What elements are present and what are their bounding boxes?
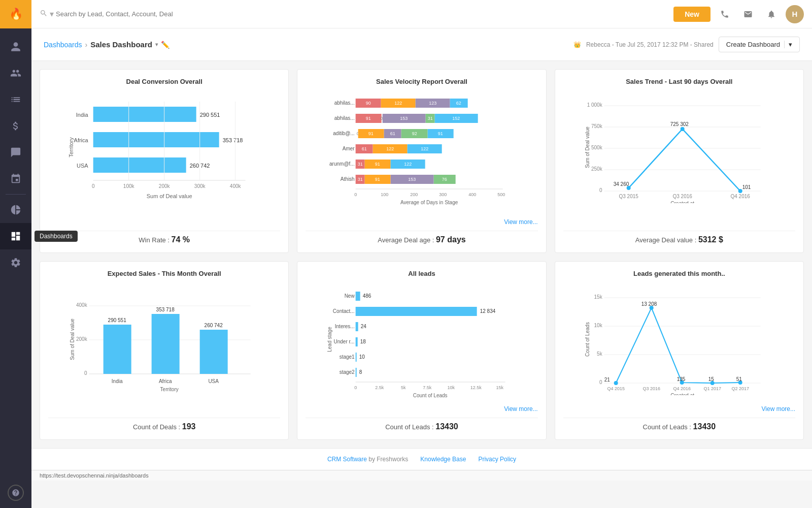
sidebar-item-help[interactable] (8, 485, 24, 501)
svg-text:500: 500 (497, 192, 505, 197)
svg-text:725 302: 725 302 (670, 121, 689, 127)
svg-text:0: 0 (380, 116, 383, 121)
svg-text:India: India (76, 112, 89, 118)
sidebar-item-reports[interactable] (0, 197, 31, 223)
sidebar-item-deals[interactable] (0, 86, 31, 113)
svg-text:Average of Days in Stage: Average of Days in Stage (400, 200, 458, 205)
footer-crm-link[interactable]: CRM Software (327, 456, 367, 463)
svg-text:91: 91 (368, 131, 374, 136)
svg-text:Interes...: Interes... (335, 324, 355, 329)
svg-rect-7 (93, 157, 186, 173)
svg-text:stage2: stage2 (340, 369, 355, 375)
search-input[interactable] (56, 10, 202, 18)
avatar[interactable]: H (786, 5, 804, 23)
svg-text:300: 300 (439, 192, 447, 197)
svg-text:Q1 2017: Q1 2017 (703, 386, 721, 391)
svg-text:USA: USA (208, 378, 219, 384)
topbar: ▾ New H (31, 0, 812, 28)
svg-text:486: 486 (363, 293, 371, 299)
svg-text:Q4 2016: Q4 2016 (673, 386, 691, 391)
svg-text:aditib@...: aditib@... (333, 131, 355, 136)
sidebar-item-settings[interactable] (0, 249, 31, 276)
sidebar-item-messages[interactable] (0, 139, 31, 166)
svg-text:290 551: 290 551 (108, 318, 127, 323)
svg-text:62: 62 (456, 101, 461, 106)
svg-text:200k: 200k (76, 336, 88, 342)
dashboard-grid: Deal Conversion Overall Territory 290 55… (31, 69, 812, 448)
sidebar-item-calendar[interactable] (0, 166, 31, 192)
sidebar-item-contacts[interactable] (0, 34, 31, 60)
svg-text:Q3 2016: Q3 2016 (642, 386, 660, 391)
notification-icon[interactable] (762, 5, 781, 23)
svg-text:10k: 10k (448, 385, 455, 390)
search-bar: ▾ (40, 9, 202, 19)
edit-icon[interactable]: ✏️ (161, 41, 170, 49)
svg-text:8: 8 (359, 369, 362, 375)
view-more-sales-velocity[interactable]: View more... (306, 218, 537, 226)
svg-text:51: 51 (736, 376, 742, 382)
svg-text:Q2 2017: Q2 2017 (731, 386, 749, 391)
breadcrumb-bar: Dashboards › Sales Dashboard ▾ ✏️ 👑 Rebe… (31, 28, 812, 61)
svg-text:Q4 2016: Q4 2016 (730, 194, 750, 199)
svg-point-158 (614, 381, 618, 385)
svg-text:500k: 500k (591, 145, 603, 150)
breadcrumb-parent[interactable]: Dashboards (44, 41, 82, 49)
search-icon (40, 9, 48, 19)
svg-text:India: India (112, 378, 123, 384)
new-button[interactable]: New (673, 7, 710, 22)
widget-all-leads-title: All leads (306, 270, 537, 277)
svg-text:61: 61 (362, 146, 367, 151)
svg-text:Territory: Territory (160, 387, 179, 392)
svg-text:Sum of Deal value: Sum of Deal value (584, 126, 590, 168)
svg-text:353 718: 353 718 (156, 307, 175, 312)
svg-rect-111 (104, 325, 131, 374)
svg-text:0: 0 (354, 192, 357, 197)
create-dashboard-dropdown[interactable]: ▾ (784, 41, 792, 48)
footer-pp-link[interactable]: Privacy Policy (478, 456, 516, 463)
svg-text:100: 100 (381, 192, 388, 197)
footer-kb-link[interactable]: Knowledge Base (420, 456, 466, 463)
svg-text:91: 91 (438, 131, 443, 136)
svg-text:Created at: Created at (670, 393, 694, 395)
svg-text:290 551: 290 551 (200, 112, 220, 118)
svg-text:15: 15 (708, 376, 714, 382)
widget-deal-conversion-chart: Territory 290 551 India 353 718 Africa 2… (48, 91, 280, 226)
sidebar-item-accounts[interactable] (0, 60, 31, 86)
widget-avg-deal-age: Average Deal age : 97 days (306, 231, 537, 244)
svg-text:61: 61 (390, 131, 395, 136)
svg-text:0: 0 (92, 183, 95, 189)
footer-crm-text: by Freshworks (368, 456, 408, 463)
svg-text:18: 18 (360, 339, 366, 344)
svg-text:New: New (345, 293, 355, 299)
sidebar-bottom (8, 485, 24, 508)
svg-text:123: 123 (429, 101, 436, 106)
svg-text:31: 31 (358, 177, 363, 182)
widget-avg-deal-value: Average Deal value : 5312 $ (563, 231, 795, 244)
svg-text:5k: 5k (597, 351, 603, 357)
svg-text:Under r...: Under r... (334, 339, 355, 344)
svg-text:400k: 400k (230, 183, 242, 189)
view-more-leads-month[interactable]: View more... (563, 405, 795, 412)
svg-point-96 (738, 189, 742, 193)
svg-text:0: 0 (354, 385, 357, 390)
search-dropdown-icon[interactable]: ▾ (50, 9, 54, 19)
svg-text:Africa: Africa (74, 137, 89, 143)
svg-text:12 834: 12 834 (480, 308, 496, 314)
sidebar-item-revenue[interactable] (0, 113, 31, 139)
view-more-all-leads[interactable]: View more... (306, 405, 537, 412)
email-icon[interactable] (739, 5, 757, 23)
widget-sales-trend: Sales Trend - Last 90 days Overall 1 000… (555, 69, 804, 253)
svg-text:250k: 250k (591, 166, 603, 172)
svg-rect-114 (152, 314, 180, 374)
breadcrumb-dropdown-icon[interactable]: ▾ (155, 42, 158, 47)
svg-text:34 260: 34 260 (613, 181, 629, 187)
svg-text:Q3 2015: Q3 2015 (619, 194, 638, 199)
create-dashboard-button[interactable]: Create Dashboard ▾ (719, 37, 800, 52)
app-logo[interactable]: 🔥 (0, 0, 31, 28)
sidebar-item-dashboards[interactable]: Dashboards (0, 223, 31, 249)
svg-text:12.5k: 12.5k (470, 385, 482, 390)
logo-icon: 🔥 (9, 8, 23, 21)
sidebar-tooltip-dashboards: Dashboards (35, 231, 78, 242)
phone-icon[interactable] (716, 5, 734, 23)
widget-count-leads-all: Count of Leads : 13430 (306, 418, 537, 431)
